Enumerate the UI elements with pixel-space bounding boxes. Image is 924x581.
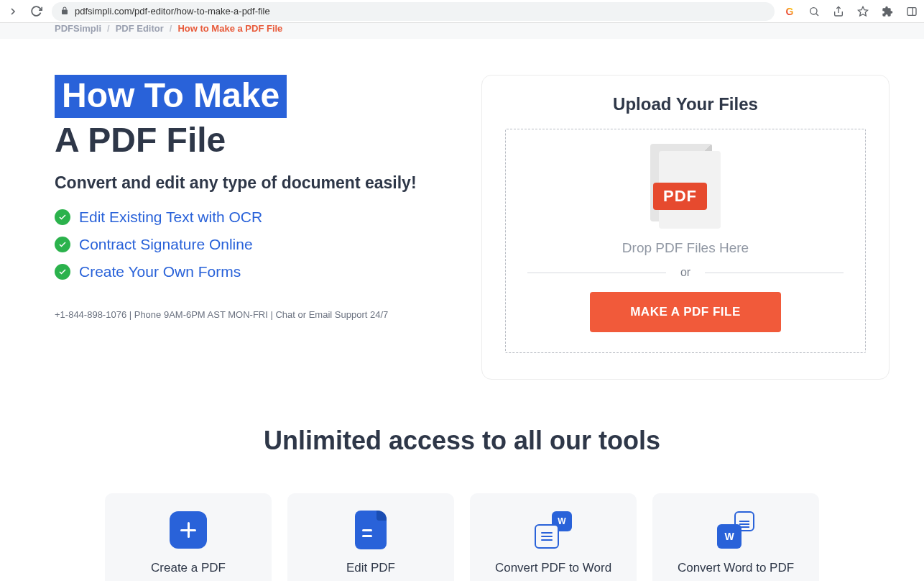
upload-card: Upload Your Files PDF Drop PDF Files Her… [481, 75, 890, 380]
tools-grid: Create a PDF Edit PDF W Convert PDF to W… [0, 493, 924, 581]
panel-icon[interactable] [905, 5, 918, 18]
bookmark-icon[interactable] [856, 5, 869, 18]
breadcrumb-root[interactable]: PDFSimpli [55, 23, 101, 34]
svg-rect-4 [907, 7, 916, 15]
hero-left: How To Make A PDF File Convert and edit … [55, 75, 438, 380]
pdf-badge: PDF [653, 183, 707, 210]
support-info: +1-844-898-1076 | Phone 9AM-6PM AST MON-… [55, 309, 438, 320]
feature-text[interactable]: Contract Signature Online [79, 236, 253, 253]
drop-hint: Drop PDF Files Here [622, 240, 749, 256]
google-icon[interactable]: G [783, 5, 796, 18]
or-divider: or [527, 266, 844, 279]
tool-create-pdf[interactable]: Create a PDF [105, 493, 272, 581]
hero-section: How To Make A PDF File Convert and edit … [0, 39, 924, 408]
zoom-icon[interactable] [808, 5, 821, 18]
make-pdf-button[interactable]: MAKE A PDF FILE [590, 292, 781, 332]
feature-text[interactable]: Edit Existing Text with OCR [79, 209, 262, 226]
svg-line-1 [816, 13, 818, 15]
page-title-highlight: How To Make [55, 75, 287, 118]
check-icon [55, 264, 70, 280]
breadcrumb: PDFSimpli / PDF Editor / How to Make a P… [0, 23, 924, 39]
address-bar[interactable]: pdfsimpli.com/pdf-editor/how-to-make-a-p… [52, 2, 775, 21]
convert-word-pdf-icon: W [716, 511, 755, 549]
tools-heading: Unlimited access to all our tools [0, 426, 924, 456]
breadcrumb-mid[interactable]: PDF Editor [116, 23, 164, 34]
tool-edit-pdf[interactable]: Edit PDF [287, 493, 454, 581]
document-icon [351, 511, 390, 549]
tool-word-to-pdf[interactable]: W Convert Word to PDF [652, 493, 819, 581]
convert-pdf-word-icon: W [534, 511, 573, 549]
feature-list: Edit Existing Text with OCR Contract Sig… [55, 209, 438, 280]
feature-text[interactable]: Create Your Own Forms [79, 263, 241, 280]
check-icon [55, 209, 70, 225]
svg-marker-3 [858, 6, 867, 16]
share-icon[interactable] [832, 5, 845, 18]
reload-button[interactable] [29, 4, 43, 19]
url-text: pdfsimpli.com/pdf-editor/how-to-make-a-p… [75, 6, 270, 17]
feature-item: Create Your Own Forms [55, 263, 438, 280]
pdf-file-icon: PDF [646, 144, 725, 230]
page-subtitle: Convert and edit any type of document ea… [55, 173, 438, 193]
browser-toolbar: pdfsimpli.com/pdf-editor/how-to-make-a-p… [0, 0, 924, 23]
tool-pdf-to-word[interactable]: W Convert PDF to Word [470, 493, 637, 581]
breadcrumb-current: How to Make a PDF File [177, 23, 282, 34]
dropzone[interactable]: PDF Drop PDF Files Here or MAKE A PDF FI… [505, 129, 866, 353]
check-icon [55, 237, 70, 252]
page-title-rest: A PDF File [55, 119, 438, 161]
browser-actions: G [783, 5, 918, 18]
svg-point-0 [810, 7, 817, 14]
forward-button[interactable] [6, 4, 20, 19]
feature-item: Edit Existing Text with OCR [55, 209, 438, 226]
feature-item: Contract Signature Online [55, 236, 438, 253]
plus-icon [169, 511, 208, 549]
extensions-icon[interactable] [881, 5, 894, 18]
upload-title: Upload Your Files [505, 94, 866, 114]
lock-icon [60, 6, 69, 17]
